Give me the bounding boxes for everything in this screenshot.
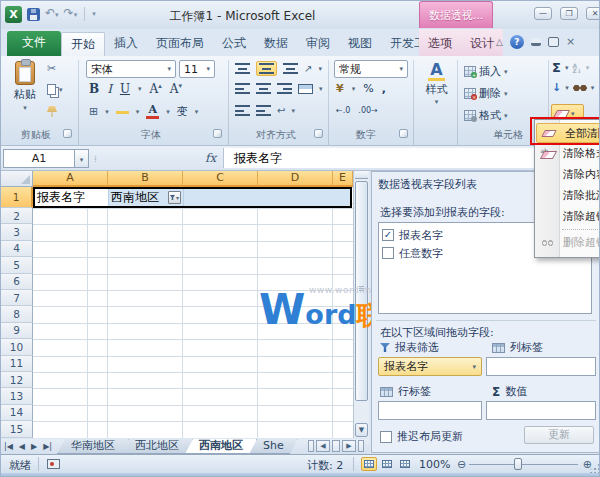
row-header-13[interactable]: 13: [1, 388, 33, 404]
minimize-button[interactable]: —: [534, 7, 552, 20]
fill-icon[interactable]: ↓: [552, 83, 561, 93]
sheet-tab-xibei[interactable]: 西北地区: [121, 439, 193, 454]
decrease-indent-icon[interactable]: [235, 105, 250, 116]
normal-view-button[interactable]: [361, 457, 377, 471]
font-color-button[interactable]: A: [146, 105, 159, 119]
update-button[interactable]: 更新: [524, 426, 594, 444]
collapse-ribbon-icon[interactable]: △: [496, 37, 503, 47]
menu-item-remove-hyperlinks[interactable]: 删除超链接: [535, 232, 600, 253]
help-icon[interactable]: ?: [510, 35, 524, 49]
next-sheet-icon[interactable]: ▶: [31, 440, 37, 453]
align-left-icon[interactable]: [235, 83, 250, 94]
font-dialog-launcher-icon[interactable]: [213, 129, 222, 138]
borders-button[interactable]: ⊞: [89, 105, 98, 118]
values-dropzone[interactable]: [486, 401, 596, 420]
wrap-text-icon[interactable]: ↩: [277, 105, 285, 116]
sort-filter-icon[interactable]: AZ↓: [572, 63, 581, 73]
tab-options[interactable]: 选项: [419, 32, 461, 56]
tab-review[interactable]: 审阅: [297, 32, 339, 56]
page-break-view-button[interactable]: [397, 457, 413, 471]
alignment-dialog-launcher-icon[interactable]: [314, 129, 323, 138]
menu-item-clear-formats[interactable]: 清除格式: [535, 143, 600, 164]
row-header-7[interactable]: 7: [1, 290, 33, 306]
scroll-down-icon[interactable]: ▼: [355, 423, 368, 437]
menu-item-clear-all[interactable]: 全部清除: [536, 123, 600, 143]
accounting-format-icon[interactable]: ¥: [336, 82, 344, 95]
bold-button[interactable]: B: [89, 82, 99, 96]
insert-function-icon[interactable]: fx: [205, 151, 216, 165]
sheet-tab-xinan[interactable]: 西南地区: [185, 439, 257, 454]
phonetic-button[interactable]: 变: [177, 104, 188, 119]
checkbox-checked[interactable]: ✓: [382, 229, 394, 241]
grow-font-button[interactable]: A: [150, 82, 162, 96]
orientation-icon[interactable]: ↗: [304, 63, 312, 74]
save-icon[interactable]: [27, 8, 40, 21]
row-header-14[interactable]: 14: [1, 405, 33, 421]
column-header-B[interactable]: B: [108, 171, 183, 187]
workbook-restore-icon[interactable]: [548, 37, 559, 47]
top-align-icon[interactable]: [235, 63, 250, 74]
scroll-left-icon[interactable]: ◀: [316, 440, 330, 452]
scroll-right-icon[interactable]: ▶: [342, 440, 356, 452]
merge-center-icon[interactable]: [298, 84, 313, 94]
menu-item-clear-contents[interactable]: 清除内容: [535, 164, 600, 185]
sheet-tab-huanan[interactable]: 华南地区: [57, 439, 129, 454]
column-labels-dropzone[interactable]: [486, 357, 596, 376]
italic-button[interactable]: I: [107, 82, 112, 96]
last-sheet-icon[interactable]: ▶|: [43, 440, 52, 453]
increase-decimal-icon[interactable]: ←.0: [336, 106, 350, 115]
zoom-level[interactable]: 100%: [419, 458, 450, 471]
font-name-combo[interactable]: 宋体▾: [86, 60, 176, 78]
row-header-11[interactable]: 11: [1, 356, 33, 372]
tab-page-layout[interactable]: 页面布局: [147, 32, 213, 56]
menu-item-clear-comments[interactable]: 清除批注: [535, 185, 600, 206]
formula-bar-splitter[interactable]: ⁞: [94, 154, 97, 164]
hscroll-thumb[interactable]: [332, 440, 340, 452]
underline-button[interactable]: U: [120, 82, 130, 96]
align-right-icon[interactable]: [277, 83, 292, 94]
close-button[interactable]: ✕: [586, 7, 600, 20]
checkbox-unchecked[interactable]: [382, 247, 394, 259]
fill-color-button[interactable]: [116, 110, 129, 114]
row-header-8[interactable]: 8: [1, 306, 33, 322]
sheet-tab-sheet1[interactable]: She: [249, 439, 298, 454]
middle-align-icon[interactable]: [256, 61, 277, 76]
tab-formulas[interactable]: 公式: [213, 32, 255, 56]
comma-icon[interactable]: ,: [382, 82, 386, 95]
prev-sheet-icon[interactable]: ◀: [19, 440, 25, 453]
number-format-combo[interactable]: 常规▾: [334, 60, 408, 78]
select-all-corner[interactable]: [1, 171, 33, 187]
row-header-3[interactable]: 3: [1, 224, 33, 240]
format-painter-button[interactable]: [47, 106, 57, 117]
resize-grip[interactable]: [594, 468, 596, 470]
tab-view[interactable]: 视图: [339, 32, 381, 56]
restore-button[interactable]: ❒: [560, 7, 578, 20]
decrease-decimal-icon[interactable]: .00→: [358, 106, 377, 115]
tab-file[interactable]: 文件: [7, 31, 61, 56]
column-header-A[interactable]: A: [33, 171, 108, 187]
scrollbar-split-box[interactable]: [355, 171, 368, 179]
row-header-1[interactable]: 1: [1, 187, 33, 208]
zoom-out-icon[interactable]: ⊖: [457, 458, 466, 471]
tab-split-handle[interactable]: [308, 440, 314, 452]
row-header-15[interactable]: 15: [1, 421, 33, 437]
zoom-thumb[interactable]: [514, 458, 522, 470]
cell-A1[interactable]: 报表名字: [35, 189, 109, 206]
delete-cells-button[interactable]: × 删除▾: [462, 84, 544, 103]
copy-button[interactable]: ▾: [47, 84, 63, 95]
autosum-icon[interactable]: Σ: [552, 60, 561, 75]
cell-B1[interactable]: 西南地区 ▾: [109, 189, 184, 206]
workbook-minimize-icon[interactable]: [531, 38, 541, 46]
row-header-4[interactable]: 4: [1, 241, 33, 257]
row-header-2[interactable]: 2: [1, 208, 33, 224]
shrink-font-button[interactable]: A: [170, 82, 182, 96]
name-box-dropdown[interactable]: ▾: [75, 149, 89, 168]
row-labels-dropzone[interactable]: [378, 401, 482, 420]
excel-logo-icon[interactable]: X: [5, 6, 22, 23]
macro-record-icon[interactable]: [47, 459, 60, 469]
format-cells-button[interactable]: 格式▾: [462, 106, 544, 125]
tab-home[interactable]: 开始: [61, 32, 105, 56]
insert-cells-button[interactable]: + 插入▾: [462, 62, 544, 81]
undo-icon[interactable]: ↶▾: [45, 6, 59, 22]
row-header-10[interactable]: 10: [1, 339, 33, 355]
